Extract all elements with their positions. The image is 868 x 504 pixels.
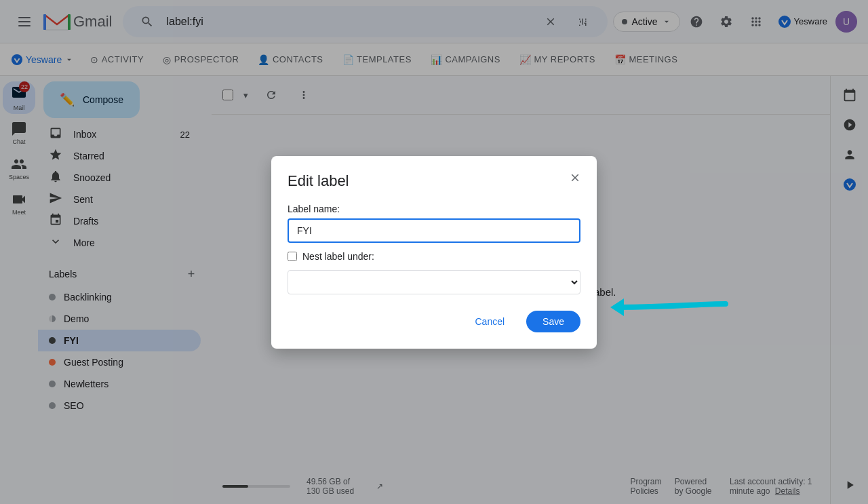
edit-label-dialog: Edit label Label name: Nest label under:… <box>271 156 597 349</box>
save-button[interactable]: Save <box>526 311 580 332</box>
nest-label-checkbox[interactable] <box>288 252 297 261</box>
modal-overlay[interactable]: Edit label Label name: Nest label under:… <box>0 0 868 504</box>
dialog-close-button[interactable] <box>564 167 586 189</box>
dialog-actions: Cancel Save <box>288 311 580 332</box>
label-name-label: Label name: <box>288 203 580 214</box>
arrow-annotation <box>604 284 732 327</box>
svg-marker-8 <box>610 298 624 316</box>
nest-label-checkbox-label: Nest label under: <box>302 251 374 262</box>
nest-label-row: Nest label under: <box>288 251 580 262</box>
dialog-title: Edit label <box>288 172 580 190</box>
nest-label-select[interactable] <box>288 270 580 294</box>
label-name-input[interactable] <box>288 218 580 243</box>
label-name-field: Label name: <box>288 203 580 243</box>
cancel-button[interactable]: Cancel <box>461 311 518 332</box>
